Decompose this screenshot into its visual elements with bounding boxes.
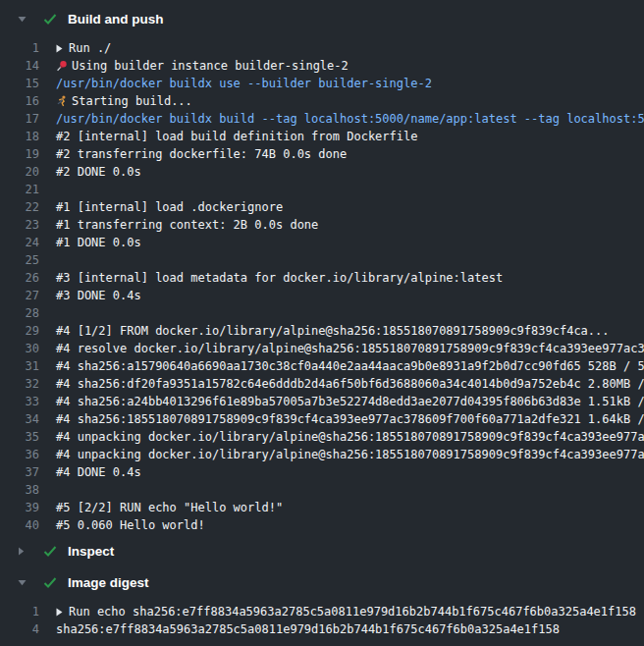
log-line: 22 #1 [internal] load .dockerignore [0,198,644,216]
line-number[interactable]: 1 [0,39,39,57]
line-content: #2 DONE 0.0s [56,163,141,181]
line-number[interactable]: 27 [0,287,39,304]
log-line: 31 #4 sha256:a15790640a6690aa1730c38cf0a… [0,357,644,375]
section-header-image-digest[interactable]: Image digest [0,573,644,591]
line-number[interactable]: 19 [0,145,39,163]
log-text: #4 unpacking docker.io/library/alpine@sh… [56,428,644,446]
line-number[interactable]: 23 [0,216,39,234]
line-number[interactable]: 15 [0,75,39,92]
line-number[interactable]: 24 [0,234,39,251]
log-line: 1 Run echo sha256:e7ff8834a5963a2785c5a0… [0,603,644,620]
log-text: #4 sha256:a15790640a6690aa1730c38cf0a440… [56,357,644,375]
log-text: #4 sha256:a24bb4013296f61e89ba57005a7b3e… [56,393,644,410]
log-text: #4 resolve docker.io/library/alpine@sha2… [56,340,644,357]
line-content: #4 resolve docker.io/library/alpine@sha2… [56,340,644,357]
line-number[interactable]: 29 [0,322,39,340]
line-number[interactable]: 1 [0,603,39,620]
log-text: #4 DONE 0.4s [56,463,141,481]
line-content: #5 0.060 Hello world! [56,516,205,534]
line-content: #4 sha256:185518070891758909c9f839cf4ca3… [56,410,644,428]
log-section-build-and-push: Build and push 1 Run ./ 14 Using builder… [0,10,644,534]
line-number[interactable]: 26 [0,269,39,287]
line-number[interactable]: 38 [0,481,39,499]
log-text: #4 sha256:185518070891758909c9f839cf4ca3… [56,410,644,428]
log-line: 27 #3 DONE 0.4s [0,287,644,304]
chevron-down-icon[interactable] [18,577,27,587]
line-content: #1 [internal] load .dockerignore [56,198,283,216]
line-number[interactable]: 17 [0,110,39,128]
line-number[interactable]: 33 [0,393,39,410]
line-number[interactable]: 30 [0,340,39,357]
line-content: #4 unpacking docker.io/library/alpine@sh… [56,428,644,446]
section-header-inspect[interactable]: Inspect [0,542,644,560]
line-content: #4 sha256:df20fa9351a15782c64e6dddb2d4a6… [56,375,644,393]
line-content: Run echo sha256:e7ff8834a5963a2785c5a081… [56,603,636,620]
log-line: 20 #2 DONE 0.0s [0,163,644,181]
line-number[interactable]: 4 [0,620,39,638]
log-text: #4 sha256:df20fa9351a15782c64e6dddb2d4a6… [56,375,644,393]
log-text: #5 [2/2] RUN echo "Hello world!" [56,499,283,516]
line-content: #4 sha256:a24bb4013296f61e89ba57005a7b3e… [56,393,644,410]
line-content: #4 [1/2] FROM docker.io/library/alpine@s… [56,322,610,340]
line-number[interactable]: 39 [0,499,39,516]
line-content: #2 transferring dockerfile: 74B 0.0s don… [56,145,347,163]
line-content: Run ./ [56,39,111,57]
chevron-right-icon[interactable] [18,546,27,556]
log-line: 1 Run ./ [0,39,644,57]
log-line: 35 #4 unpacking docker.io/library/alpine… [0,428,644,446]
workflow-log-viewer: Build and push 1 Run ./ 14 Using builder… [0,0,644,638]
line-number[interactable]: 40 [0,516,39,534]
log-text: /usr/bin/docker buildx use --builder bui… [56,75,432,92]
log-line: 28 [0,304,644,322]
log-line: 25 [0,251,644,269]
chevron-down-icon[interactable] [18,14,27,24]
line-number[interactable]: 36 [0,446,39,463]
log-text: #2 DONE 0.0s [56,163,141,181]
line-number[interactable]: 18 [0,128,39,145]
log-text: #1 [internal] load .dockerignore [56,198,283,216]
section-lines-build-and-push: 1 Run ./ 14 Using builder instance build… [0,39,644,534]
log-text: Run echo sha256:e7ff8834a5963a2785c5a081… [69,603,636,620]
log-line: 17 /usr/bin/docker buildx build --tag lo… [0,110,644,128]
line-content: #3 DONE 0.4s [56,287,141,304]
section-header-build-and-push[interactable]: Build and push [0,10,644,27]
log-line: 37 #4 DONE 0.4s [0,463,644,481]
log-line: 33 #4 sha256:a24bb4013296f61e89ba57005a7… [0,393,644,410]
line-number[interactable]: 32 [0,375,39,393]
section-title: Image digest [68,575,149,590]
log-line: 15 /usr/bin/docker buildx use --builder … [0,75,644,92]
log-line: 38 [0,481,644,499]
line-content: /usr/bin/docker buildx build --tag local… [56,110,644,128]
line-number[interactable]: 28 [0,304,39,322]
line-content: sha256:e7ff8834a5963a2785c5a0811e979d16b… [56,620,560,638]
log-text: #1 DONE 0.0s [56,234,141,251]
line-number[interactable]: 37 [0,463,39,481]
log-line: 14 Using builder instance builder-single… [0,57,644,75]
line-number[interactable]: 25 [0,251,39,269]
line-number[interactable]: 22 [0,198,39,216]
log-line: 32 #4 sha256:df20fa9351a15782c64e6dddb2d… [0,375,644,393]
line-number[interactable]: 35 [0,428,39,446]
line-content: #4 unpacking docker.io/library/alpine@sh… [56,446,644,463]
section-title: Build and push [68,12,164,27]
log-line: 40 #5 0.060 Hello world! [0,516,644,534]
line-content: #4 DONE 0.4s [56,463,141,481]
line-number[interactable]: 14 [0,57,39,75]
log-text: Run ./ [69,39,111,57]
check-icon [43,545,57,558]
log-text: #4 unpacking docker.io/library/alpine@sh… [56,446,644,463]
line-number[interactable]: 31 [0,357,39,375]
log-text: #2 [internal] load build definition from… [56,128,417,145]
toggle-icon[interactable] [56,44,69,53]
log-text: #1 transferring context: 2B 0.0s done [56,216,318,234]
log-section-inspect: Inspect [0,542,644,560]
line-content: Using builder instance builder-single-2 [56,57,349,75]
line-number[interactable]: 16 [0,92,39,110]
log-line: 24 #1 DONE 0.0s [0,234,644,251]
log-text: Using builder instance builder-single-2 [72,57,349,75]
line-number[interactable]: 20 [0,163,39,181]
toggle-icon[interactable] [56,608,69,617]
line-number[interactable]: 34 [0,410,39,428]
line-number[interactable]: 21 [0,181,39,198]
log-text: sha256:e7ff8834a5963a2785c5a0811e979d16b… [56,620,560,638]
